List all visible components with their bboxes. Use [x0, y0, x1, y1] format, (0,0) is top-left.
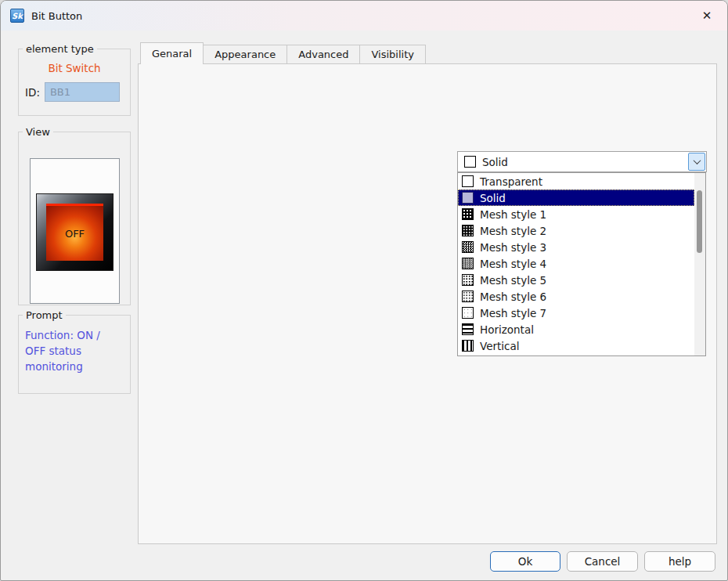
mesh7-pattern-swatch-icon — [462, 307, 474, 319]
pattern-option-label: Mesh style 6 — [480, 290, 546, 303]
pattern-option[interactable]: Mesh style 4 — [458, 255, 694, 272]
pattern-option[interactable]: Vertical — [458, 337, 694, 354]
pattern-current-value: Solid — [482, 156, 508, 168]
titlebar: Sk Bit Button ✕ — [1, 1, 727, 31]
element-type-legend: element type — [23, 43, 97, 55]
pattern-option[interactable]: Mesh style 7 — [458, 305, 694, 321]
pattern-option-label: Mesh style 3 — [480, 241, 546, 254]
vertical-pattern-swatch-icon — [462, 340, 474, 352]
pattern-option[interactable]: Mesh style 5 — [458, 272, 694, 288]
preview-button-image: OFF — [36, 193, 114, 271]
id-label: ID: — [25, 86, 40, 99]
horizontal-pattern-swatch-icon — [462, 323, 474, 335]
pattern-option[interactable]: Solid — [458, 189, 694, 206]
id-field[interactable]: BB1 — [45, 82, 120, 102]
pattern-option[interactable]: Mesh style 2 — [458, 222, 694, 239]
tab-appearance[interactable]: Appearance — [203, 45, 287, 64]
view-group: View OFF — [18, 126, 131, 305]
mesh1-pattern-swatch-icon — [462, 208, 474, 220]
app-icon: Sk — [10, 9, 24, 23]
pattern-option[interactable]: Transparent — [458, 173, 694, 189]
mesh4-pattern-swatch-icon — [462, 258, 474, 269]
pattern-option-label: Mesh style 7 — [480, 307, 546, 319]
tab-advanced[interactable]: Advanced — [287, 45, 360, 64]
pattern-current-swatch-icon — [464, 156, 476, 168]
mesh2-pattern-swatch-icon — [462, 225, 474, 236]
prompt-legend: Prompt — [23, 309, 66, 321]
preview-button-face: OFF — [46, 204, 103, 261]
pattern-option-label: Mesh style 1 — [480, 208, 546, 221]
mesh3-pattern-swatch-icon — [462, 241, 474, 253]
transparent-pattern-swatch-icon — [462, 175, 474, 187]
pattern-option-label: Horizontal — [480, 323, 534, 336]
view-legend: View — [23, 126, 53, 138]
dropdown-scrollbar-thumb[interactable] — [697, 190, 702, 253]
mesh5-pattern-swatch-icon — [462, 274, 474, 286]
pattern-option-label: Transparent — [480, 175, 542, 188]
prompt-text: Function: ON / OFF status monitoring — [19, 321, 130, 374]
tab-genaral[interactable]: Genaral — [140, 42, 204, 64]
pattern-combobox[interactable]: Solid — [457, 151, 707, 172]
tab-visibility[interactable]: Visibility — [359, 45, 425, 64]
button-preview-area: OFF — [30, 158, 120, 304]
pattern-option-label: Mesh style 2 — [480, 225, 546, 237]
element-type-group: element type Bit Switch ID: BB1 — [18, 43, 131, 116]
pattern-option[interactable]: Mesh style 6 — [458, 288, 694, 305]
mesh6-pattern-swatch-icon — [462, 290, 474, 302]
pattern-option-label: Vertical — [480, 340, 520, 352]
pattern-option-label: Mesh style 5 — [480, 274, 546, 287]
chevron-down-icon — [693, 157, 701, 164]
pattern-option[interactable]: Horizontal — [458, 321, 694, 337]
pattern-option-label: Solid — [480, 192, 506, 204]
solid-pattern-swatch-icon — [462, 192, 474, 204]
preview-button-state-text: OFF — [65, 228, 85, 240]
pattern-option[interactable]: Mesh style 3 — [458, 239, 694, 255]
pattern-dropdown-arrow[interactable] — [688, 153, 705, 171]
prompt-group: Prompt Function: ON / OFF status monitor… — [18, 309, 131, 394]
tab-strip: Genaral Appearance Advanced Visibility — [140, 42, 426, 64]
dropdown-scrollbar-track[interactable] — [694, 173, 705, 355]
ok-button[interactable]: Ok — [490, 551, 560, 572]
bit-button-dialog: Sk Bit Button ✕ element type Bit Switch … — [0, 0, 728, 581]
pattern-option[interactable]: Mesh style 1 — [458, 206, 694, 222]
element-type-name: Bit Switch — [19, 62, 130, 74]
pattern-dropdown-list: TransparentSolidMesh style 1Mesh style 2… — [457, 172, 706, 356]
cancel-button[interactable]: Cancel — [567, 551, 638, 572]
close-icon[interactable]: ✕ — [694, 5, 719, 26]
window-title: Bit Button — [31, 10, 82, 22]
pattern-option-label: Mesh style 4 — [480, 258, 546, 270]
help-button[interactable]: help — [644, 551, 715, 572]
